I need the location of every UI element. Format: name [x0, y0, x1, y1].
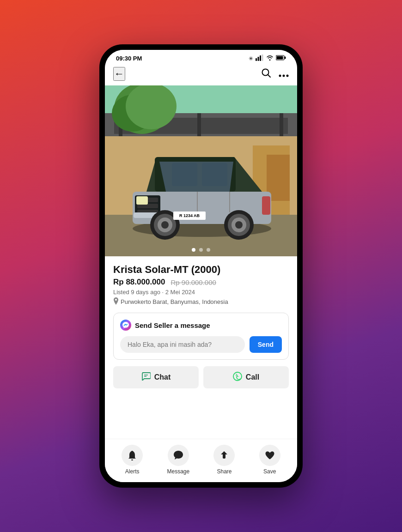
nav-item-alerts[interactable]: Alerts — [122, 445, 143, 475]
back-button[interactable]: ← — [113, 67, 125, 81]
message-label: Message — [167, 468, 189, 475]
nav-item-save[interactable]: Save — [259, 445, 280, 475]
message-box-header: Send Seller a message — [120, 320, 282, 331]
listing-content: Krista Solar-MT (2000) Rp 88.000.000 Rp … — [105, 256, 297, 439]
call-button[interactable]: Call — [203, 366, 289, 388]
svg-text:R 1234 AB: R 1234 AB — [179, 213, 200, 218]
call-icon — [233, 372, 242, 383]
search-button[interactable] — [261, 68, 271, 80]
message-input[interactable] — [120, 336, 245, 353]
car-image: R 1234 AB — [105, 85, 297, 256]
chat-label: Chat — [154, 373, 171, 381]
image-dots — [192, 248, 210, 252]
location-text: Purwokerto Barat, Banyumas, Indonesia — [121, 298, 228, 305]
message-box-title: Send Seller a message — [135, 321, 210, 329]
price-main: Rp 88.000.000 — [113, 278, 165, 287]
svg-point-9 — [283, 74, 285, 77]
bluetooth-icon: ✳ — [249, 55, 253, 62]
svg-rect-36 — [136, 196, 148, 205]
dot-2 — [199, 248, 203, 252]
svg-rect-38 — [262, 196, 270, 215]
nav-actions — [261, 68, 289, 80]
battery-icon — [276, 55, 286, 62]
svg-rect-5 — [277, 56, 283, 60]
listing-date: Listed 9 days ago · 2 Mei 2024 — [113, 289, 289, 296]
save-icon-circle — [259, 445, 280, 466]
svg-rect-2 — [260, 55, 261, 61]
save-label: Save — [263, 468, 276, 475]
car-image-container: R 1234 AB — [105, 85, 297, 256]
svg-rect-3 — [262, 54, 263, 61]
price-old: Rp 90.000.000 — [171, 278, 216, 286]
wifi-icon — [266, 55, 274, 62]
more-button[interactable] — [279, 69, 289, 79]
svg-point-10 — [286, 74, 289, 77]
messenger-icon — [120, 320, 131, 331]
signal-icon — [256, 54, 264, 62]
share-icon-circle — [213, 445, 235, 466]
dot-1 — [192, 248, 195, 252]
status-time: 09:30 PM — [116, 55, 142, 62]
car-title: Krista Solar-MT (2000) — [113, 264, 289, 276]
location-row: Purwokerto Barat, Banyumas, Indonesia — [113, 297, 289, 306]
svg-rect-1 — [258, 57, 259, 61]
message-icon-circle — [168, 445, 189, 466]
message-box: Send Seller a message Send — [113, 313, 289, 360]
chat-button[interactable]: Chat — [113, 366, 199, 388]
status-bar: 09:30 PM ✳ — [105, 50, 297, 64]
svg-point-42 — [161, 221, 169, 229]
svg-rect-6 — [285, 57, 286, 59]
location-pin-icon — [113, 297, 119, 306]
message-input-row: Send — [120, 336, 282, 353]
svg-point-46 — [235, 221, 243, 229]
svg-rect-0 — [256, 58, 257, 61]
price-row: Rp 88.000.000 Rp 90.000.000 — [113, 278, 289, 287]
call-label: Call — [246, 373, 259, 381]
action-buttons: Chat Call — [113, 366, 289, 388]
status-icons: ✳ — [249, 54, 286, 62]
svg-rect-52 — [131, 459, 133, 460]
phone-screen: 09:30 PM ✳ — [105, 50, 297, 482]
alerts-icon-circle — [122, 445, 143, 466]
alerts-label: Alerts — [125, 468, 140, 475]
send-button[interactable]: Send — [250, 336, 282, 353]
nav-item-message[interactable]: Message — [167, 445, 189, 475]
nav-bar: ← — [105, 64, 297, 85]
dot-3 — [207, 248, 210, 252]
chat-icon — [141, 372, 151, 382]
nav-item-share[interactable]: Share — [213, 445, 235, 475]
share-label: Share — [217, 468, 231, 475]
bottom-nav: Alerts Message Share — [105, 439, 297, 482]
svg-rect-29 — [202, 163, 227, 186]
phone-device: 09:30 PM ✳ — [99, 44, 303, 488]
svg-point-8 — [279, 74, 281, 77]
svg-rect-28 — [172, 163, 197, 186]
